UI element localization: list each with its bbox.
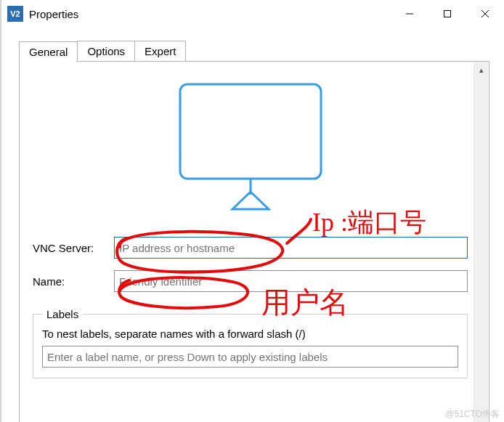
- tab-panel-general: VNC Server: Name: Labels To nest labels,…: [19, 61, 489, 422]
- row-name: Name:: [33, 270, 468, 292]
- close-icon: [481, 9, 489, 18]
- labels-fieldset: Labels To nest labels, separate names wi…: [33, 308, 468, 378]
- tab-general[interactable]: General: [19, 41, 78, 62]
- tab-strip: General Options Expert: [19, 41, 489, 62]
- content-area: General Options Expert VNC Server: Name:: [1, 28, 504, 422]
- maximize-icon: [443, 9, 452, 18]
- close-button[interactable]: [466, 0, 504, 28]
- labels-legend: Labels: [42, 308, 83, 320]
- window-title: Properties: [29, 8, 78, 20]
- tab-expert[interactable]: Expert: [134, 41, 186, 62]
- svg-rect-1: [444, 11, 451, 17]
- watermark: @51CTO博客: [445, 408, 500, 421]
- vnc-server-label: VNC Server:: [33, 242, 114, 254]
- tab-options[interactable]: Options: [77, 41, 135, 62]
- labels-help-text: To nest labels, separate names with a fo…: [42, 328, 458, 340]
- name-input[interactable]: [114, 270, 468, 292]
- monitor-icon: [174, 80, 327, 211]
- vnc-server-input[interactable]: [114, 237, 468, 259]
- vertical-scrollbar[interactable]: ▴: [473, 62, 488, 422]
- name-label: Name:: [33, 275, 114, 288]
- minimize-button[interactable]: [391, 0, 428, 28]
- properties-window: V2 Properties General Options Expert: [0, 0, 504, 422]
- labels-input[interactable]: [42, 346, 458, 368]
- minimize-icon: [405, 9, 414, 18]
- window-controls: [391, 0, 504, 28]
- vnc-app-icon: V2: [7, 6, 23, 22]
- maximize-button[interactable]: [428, 0, 466, 28]
- panel-main: VNC Server: Name: Labels To nest labels,…: [33, 73, 468, 413]
- svg-rect-4: [180, 84, 321, 179]
- row-vnc-server: VNC Server:: [33, 237, 468, 259]
- titlebar: V2 Properties: [1, 0, 504, 28]
- scroll-up-icon[interactable]: ▴: [474, 65, 488, 75]
